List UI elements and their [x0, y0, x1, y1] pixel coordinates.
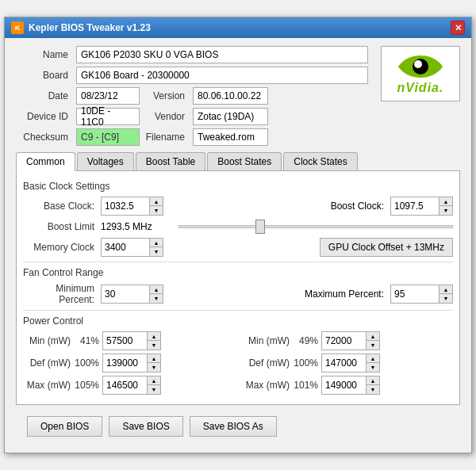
left-min-up[interactable]: ▲: [148, 332, 160, 341]
open-bios-button[interactable]: Open BIOS: [27, 416, 102, 437]
left-max-pct: 105%: [74, 380, 99, 391]
tab-voltages[interactable]: Voltages: [77, 152, 134, 170]
vendor-field: Zotac (19DA): [193, 108, 268, 125]
right-max-input[interactable]: [322, 376, 366, 394]
content-area: Name GK106 P2030 SKU 0 VGA BIOS Board GK…: [5, 38, 471, 453]
boost-slider-track: [178, 225, 453, 228]
tab-boost-states[interactable]: Boost States: [207, 152, 282, 170]
right-min-input[interactable]: [322, 332, 366, 350]
max-percent-input[interactable]: [391, 285, 439, 303]
right-max-up[interactable]: ▲: [367, 376, 379, 385]
max-percent-spinbox[interactable]: ▲ ▼: [390, 285, 453, 304]
left-min-input[interactable]: [103, 332, 147, 350]
min-percent-spinbox[interactable]: ▲ ▼: [101, 285, 163, 304]
base-clock-label: Base Clock:: [23, 201, 94, 212]
tab-content-common: Basic Clock Settings Base Clock: ▲ ▼ Boo…: [16, 171, 460, 405]
boost-clock-label: Boost Clock:: [331, 201, 384, 212]
checksum-field: C9 - [C9]: [76, 128, 140, 146]
base-clock-down[interactable]: ▼: [150, 206, 163, 215]
left-def-input[interactable]: [103, 354, 147, 372]
left-max-down[interactable]: ▼: [148, 385, 160, 394]
fan-percent-row: Minimum Percent: ▲ ▼ Maximum Percent: ▲ …: [23, 283, 453, 305]
min-percent-down[interactable]: ▼: [150, 294, 163, 303]
right-min-up[interactable]: ▲: [367, 332, 379, 341]
header-section: Name GK106 P2030 SKU 0 VGA BIOS Board GK…: [16, 46, 460, 149]
boost-slider-container[interactable]: [178, 220, 453, 234]
tab-clock-states[interactable]: Clock States: [283, 152, 357, 170]
tab-boost-table[interactable]: Boost Table: [136, 152, 206, 170]
left-def-down[interactable]: ▼: [148, 363, 160, 372]
min-percent-input[interactable]: [102, 285, 149, 303]
left-def-pct: 100%: [74, 357, 99, 369]
right-min-label: Min (mW): [242, 335, 290, 346]
right-def-up[interactable]: ▲: [367, 354, 379, 363]
left-def-up[interactable]: ▲: [148, 354, 160, 363]
memory-clock-input[interactable]: [102, 239, 149, 256]
divider-2: [23, 310, 453, 311]
left-def-spinbox[interactable]: ▲ ▼: [102, 353, 161, 373]
left-max-spinbox[interactable]: ▲ ▼: [102, 376, 161, 395]
left-max-up[interactable]: ▲: [148, 376, 160, 385]
checksum-filename-row: Checksum C9 - [C9] Filename Tweaked.rom: [16, 128, 368, 146]
boost-limit-row: Boost Limit 1293.5 MHz: [23, 220, 453, 234]
right-min-down[interactable]: ▼: [367, 341, 379, 350]
deviceid-vendor-row: Device ID 10DE - 11C0 Vendor Zotac (19DA…: [16, 108, 368, 125]
title-bar: K Kepler BIOS Tweaker v1.23 ✕: [5, 17, 471, 38]
base-clock-arrows: ▲ ▼: [149, 197, 163, 215]
date-field: 08/23/12: [76, 87, 140, 105]
save-bios-as-button[interactable]: Save BIOS As: [190, 416, 277, 437]
left-min-label: Min (mW): [23, 335, 71, 346]
left-min-spinbox[interactable]: ▲ ▼: [102, 331, 161, 350]
right-max-spinbox[interactable]: ▲ ▼: [321, 376, 380, 395]
filename-field: Tweaked.rom: [193, 128, 268, 146]
boost-clock-up[interactable]: ▲: [440, 197, 452, 206]
divider-1: [23, 262, 453, 262]
right-max-pct: 101%: [293, 380, 318, 391]
left-max-input[interactable]: [103, 376, 147, 394]
memory-clock-arrows: ▲ ▼: [149, 239, 163, 256]
boost-slider-thumb[interactable]: [255, 220, 265, 234]
save-bios-button[interactable]: Save BIOS: [109, 416, 182, 437]
board-field: GK106 Board - 20300000: [76, 67, 368, 84]
clock-row-1: Base Clock: ▲ ▼ Boost Clock: ▲ ▼: [23, 197, 453, 216]
nvidia-eye-svg: [397, 52, 444, 81]
max-percent-up[interactable]: ▲: [440, 285, 452, 294]
memory-clock-label: Memory Clock: [23, 242, 94, 253]
name-label: Name: [16, 49, 71, 60]
fan-control-section-title: Fan Control Range: [23, 267, 453, 278]
close-button[interactable]: ✕: [451, 21, 465, 35]
base-clock-spinbox[interactable]: ▲ ▼: [101, 197, 163, 216]
right-def-spinbox[interactable]: ▲ ▼: [321, 353, 380, 373]
power-control-section-title: Power Control: [23, 315, 453, 327]
right-def-down[interactable]: ▼: [367, 363, 379, 372]
boost-clock-spinbox[interactable]: ▲ ▼: [390, 197, 453, 216]
max-percent-down[interactable]: ▼: [440, 294, 452, 303]
left-def-row: Def (mW) 100% ▲ ▼: [23, 353, 234, 373]
right-min-spinbox[interactable]: ▲ ▼: [321, 331, 380, 350]
tab-common[interactable]: Common: [16, 152, 75, 171]
vendor-label: Vendor: [144, 111, 188, 122]
board-row: Board GK106 Board - 20300000: [16, 67, 368, 84]
left-min-down[interactable]: ▼: [148, 341, 160, 350]
base-clock-up[interactable]: ▲: [150, 197, 163, 206]
left-min-pct: 41%: [74, 335, 99, 346]
left-min-row: Min (mW) 41% ▲ ▼: [23, 331, 234, 350]
min-percent-up[interactable]: ▲: [150, 285, 163, 294]
memory-clock-down[interactable]: ▼: [150, 247, 163, 256]
right-def-row: Def (mW) 100% ▲ ▼: [242, 353, 453, 373]
memory-clock-up[interactable]: ▲: [150, 239, 163, 247]
right-min-arrows: ▲ ▼: [366, 332, 379, 350]
right-max-down[interactable]: ▼: [367, 385, 379, 394]
right-max-label: Max (mW): [242, 380, 290, 391]
memory-clock-spinbox[interactable]: ▲ ▼: [101, 238, 163, 257]
filename-label: Filename: [144, 132, 188, 143]
boost-clock-arrows: ▲ ▼: [439, 197, 452, 215]
base-clock-input[interactable]: [102, 197, 149, 215]
right-def-input[interactable]: [322, 354, 366, 372]
boost-clock-input[interactable]: [391, 197, 439, 215]
svg-point-1: [414, 60, 422, 68]
nvidia-logo-inner: nVidia.: [397, 52, 444, 95]
gpu-offset-button[interactable]: GPU Clock Offset + 13MHz: [320, 238, 453, 257]
boost-limit-label: Boost Limit: [23, 221, 94, 232]
boost-clock-down[interactable]: ▼: [440, 206, 452, 215]
